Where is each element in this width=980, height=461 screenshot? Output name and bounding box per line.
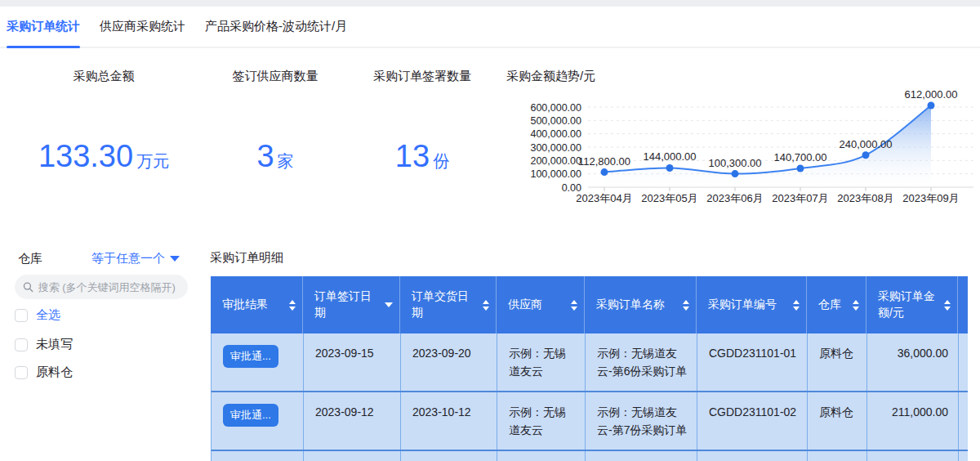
column-header-order-no[interactable]: 采购订单编号 (697, 276, 807, 333)
svg-text:200,000.00: 200,000.00 (530, 155, 581, 167)
sort-icon[interactable] (853, 300, 859, 311)
column-label: 供应商 (508, 297, 568, 313)
column-header-supplier[interactable]: 供应商 (497, 276, 585, 333)
search-input[interactable] (38, 281, 180, 293)
search-icon (23, 281, 33, 293)
column-label: 采购订单金额/元 (878, 289, 941, 320)
svg-text:500,000.00: 500,000.00 (530, 115, 581, 127)
cell-supplier: 示例：无锡道友云 (497, 333, 586, 391)
cell-warehouse (808, 451, 867, 461)
svg-text:100,000.00: 100,000.00 (530, 168, 581, 180)
column-label: 采购订单名称 (596, 297, 679, 313)
kpi-number: 13 (395, 139, 430, 173)
approval-status-button[interactable]: 审批通... (223, 404, 278, 427)
svg-text:2023年07月: 2023年07月 (772, 192, 828, 204)
svg-text:600,000.00: 600,000.00 (530, 102, 581, 114)
sort-icon[interactable] (571, 300, 577, 311)
cell-order-no (697, 451, 808, 461)
svg-text:2023年05月: 2023年05月 (641, 192, 697, 204)
kpi-total-purchase-amount: 采购总金额 133.30万元 (22, 69, 185, 183)
chevron-down-icon (170, 256, 180, 262)
trend-chart-svg: 0.00100,000.00200,000.00300,000.00400,00… (506, 78, 976, 209)
cell-order-name: 示例：无锡道友云-第6份采购订单 (586, 333, 697, 391)
purchase-order-table: 审批结果 订单签订日期 订单交货日期 供应商 采购订单名称 采购订单编号 (211, 276, 968, 461)
filter-option-unfilled[interactable]: 未填写 (15, 337, 73, 352)
cell-delivery-date: 2023-10-12 (401, 392, 497, 450)
kpi-number: 3 (256, 139, 274, 173)
svg-text:144,000.00: 144,000.00 (643, 150, 696, 163)
sort-icon[interactable] (289, 300, 296, 311)
filter-option-select-all[interactable]: 全选 (15, 307, 60, 323)
checkbox[interactable] (15, 338, 28, 351)
column-header-clipped (958, 276, 968, 333)
column-label: 订单签订日期 (314, 289, 381, 320)
tab-product-price-fluctuation[interactable]: 产品采购价格-波动统计/月 (205, 7, 347, 47)
svg-text:400,000.00: 400,000.00 (530, 128, 581, 140)
filter-operator-label: 等于任意一个 (91, 251, 165, 266)
cell-amount: 36,000.00 (867, 333, 959, 391)
svg-text:2023年09月: 2023年09月 (902, 192, 959, 204)
kpi-label: 采购订单签署数量 (341, 69, 504, 84)
cell-delivery-date: 2023-09-20 (401, 333, 497, 391)
column-header-delivery-date[interactable]: 订单交货日期 (400, 276, 497, 333)
kpi-unit: 家 (278, 152, 294, 170)
svg-text:140,700.00: 140,700.00 (773, 151, 826, 163)
kpi-value: 133.30万元 (22, 139, 185, 174)
column-header-order-name[interactable]: 采购订单名称 (585, 276, 697, 333)
column-label: 仓库 (818, 297, 849, 313)
kpi-signed-suppliers: 签订供应商数量 3家 (194, 69, 357, 183)
sort-icon[interactable] (793, 300, 800, 311)
sort-icon[interactable] (944, 300, 951, 311)
filter-operator-dropdown[interactable]: 等于任意一个 (91, 251, 180, 266)
kpi-unit: 份 (433, 152, 449, 170)
kpi-label: 签订供应商数量 (194, 69, 357, 84)
column-header-sign-date[interactable]: 订单签订日期 (303, 276, 400, 333)
cell-supplier (497, 451, 586, 461)
filter-option-raw-material-warehouse[interactable]: 原料仓 (15, 365, 73, 380)
cell-amount (867, 451, 959, 461)
cell-amount: 211,000.00 (867, 392, 959, 450)
kpi-number: 133.30 (38, 139, 133, 173)
checkbox[interactable] (15, 309, 28, 322)
cell-warehouse: 原料仓 (808, 392, 867, 450)
cell-approval: 审批通... (212, 333, 304, 391)
column-header-warehouse[interactable]: 仓库 (807, 276, 866, 333)
svg-text:112,800.00: 112,800.00 (578, 155, 630, 168)
cell-clipped (959, 451, 968, 461)
column-label: 采购订单编号 (708, 297, 790, 313)
kpi-signed-orders: 采购订单签署数量 13份 (341, 69, 504, 183)
table-row[interactable]: 审批通... 2023-09-12 2023-10-12 示例：无锡道友云 示例… (211, 392, 968, 451)
table-row[interactable] (211, 451, 968, 461)
kpi-value: 3家 (194, 139, 357, 174)
sort-desc-icon[interactable] (385, 302, 393, 307)
filter-field-label: 仓库 (18, 251, 42, 266)
cell-order-name (586, 451, 697, 461)
table-header-row: 审批结果 订单签订日期 订单交货日期 供应商 采购订单名称 采购订单编号 (211, 276, 968, 333)
column-header-amount[interactable]: 采购订单金额/元 (866, 276, 958, 333)
column-header-approval[interactable]: 审批结果 (211, 276, 303, 333)
cell-supplier: 示例：无锡道友云 (497, 392, 586, 450)
cell-approval (212, 451, 304, 461)
table-row[interactable]: 审批通... 2023-09-15 2023-09-20 示例：无锡道友云 示例… (211, 333, 968, 392)
approval-status-button[interactable]: 审批通... (223, 345, 278, 368)
sort-icon[interactable] (683, 300, 689, 311)
procurement-dashboard: 采购订单统计 供应商采购统计 产品采购价格-波动统计/月 采购总金额 133.3… (0, 0, 980, 461)
table-title: 采购订单明细 (210, 250, 283, 266)
checkbox[interactable] (15, 366, 28, 379)
cell-sign-date (304, 451, 401, 461)
cell-order-no: CGDD231101-01 (697, 333, 808, 391)
column-label: 审批结果 (222, 297, 286, 313)
svg-text:300,000.00: 300,000.00 (530, 142, 581, 154)
kpi-value: 13份 (341, 139, 504, 174)
tab-purchase-order-stats[interactable]: 采购订单统计 (7, 7, 80, 47)
tab-bar: 采购订单统计 供应商采购统计 产品采购价格-波动统计/月 (0, 7, 980, 48)
warehouse-search (15, 275, 188, 299)
cell-sign-date: 2023-09-12 (304, 392, 401, 450)
svg-text:100,300.00: 100,300.00 (708, 157, 761, 169)
tab-supplier-purchase-stats[interactable]: 供应商采购统计 (100, 7, 185, 47)
kpi-label: 采购总金额 (22, 69, 185, 84)
svg-text:2023年08月: 2023年08月 (837, 192, 893, 204)
option-label: 原料仓 (36, 365, 73, 380)
cell-order-no: CGDD231101-02 (697, 392, 808, 450)
sort-icon[interactable] (483, 300, 489, 311)
